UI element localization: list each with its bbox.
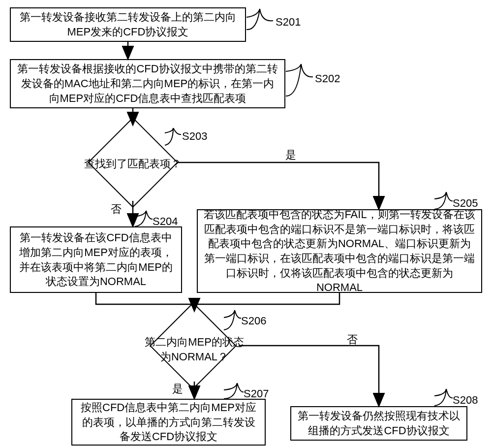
label-s205: S205 [453,196,478,211]
decision-s203 [88,117,178,208]
decision-s203-yes: 是 [285,148,296,162]
step-s205-text: 若该匹配表项中包含的状态为FAIL，则第一转发设备在该匹配表项中包含的端口标识不… [203,207,476,295]
decision-s203-no: 否 [111,202,122,217]
step-s207: 按照CFD信息表中第二内向MEP对应的表项，以单播的方式向第二转发设备发送CFD… [71,399,266,446]
label-s208: S208 [453,393,478,408]
decision-s206-yes: 是 [172,382,183,396]
label-s203: S203 [182,129,207,144]
step-s204: 第一转发设备在该CFD信息表中增加第二内向MEP对应的表项，并在该表项中将第二内… [10,226,182,293]
step-s202: 第一转发设备根据接收的CFD协议报文中携带的第二转发设备的MAC地址和第二内向M… [10,59,285,108]
step-s204-text: 第一转发设备在该CFD信息表中增加第二内向MEP对应的表项，并在该表项中将第二内… [16,230,176,289]
step-s208-text: 第一转发设备仍然按照现有技术以组播的方式发送CFD协议报文 [296,409,461,438]
step-s201: 第一转发设备接收第二转发设备上的第二内向MEP发来的CFD协议报文 [10,7,246,42]
decision-s206 [150,302,237,389]
label-s204: S204 [153,214,178,229]
label-s206: S206 [241,314,266,328]
step-s207-text: 按照CFD信息表中第二内向MEP对应的表项，以单播的方式向第二转发设备发送CFD… [77,400,260,444]
step-s201-text: 第一转发设备接收第二转发设备上的第二内向MEP发来的CFD协议报文 [16,10,240,39]
step-s205: 若该匹配表项中包含的状态为FAIL，则第一转发设备在该匹配表项中包含的端口标识不… [197,209,482,293]
label-s201: S201 [276,15,301,30]
decision-s206-no: 否 [347,332,358,347]
step-s208: 第一转发设备仍然按照现有技术以组播的方式发送CFD协议报文 [290,406,467,441]
label-s202: S202 [315,71,340,86]
step-s202-text: 第一转发设备根据接收的CFD协议报文中携带的第二转发设备的MAC地址和第二内向M… [16,62,279,105]
label-s207: S207 [244,386,269,401]
